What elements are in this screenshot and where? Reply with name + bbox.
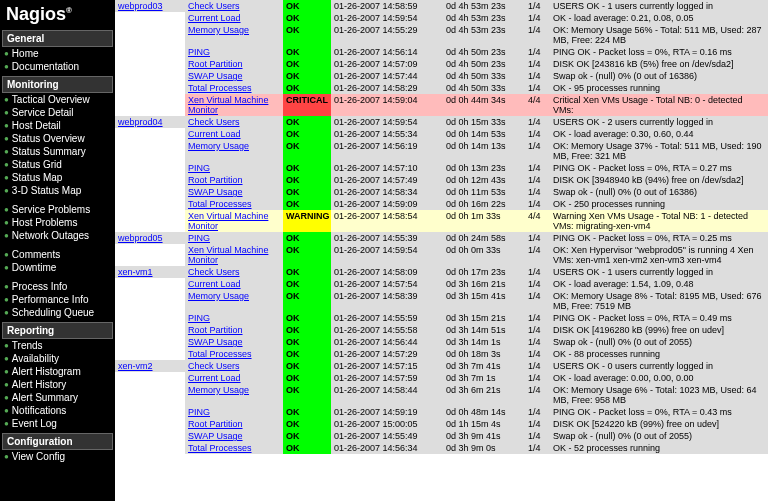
nav-notifications[interactable]: ●Notifications [2, 404, 113, 417]
service-link[interactable]: PING [185, 232, 283, 244]
service-link[interactable]: Root Partition [185, 418, 283, 430]
time-cell: 01-26-2007 14:58:39 [331, 290, 443, 312]
host-link[interactable]: xen-vm2 [118, 361, 153, 371]
time-cell: 01-26-2007 14:55:29 [331, 24, 443, 46]
service-link[interactable]: Current Load [185, 128, 283, 140]
service-link[interactable]: Check Users [185, 360, 283, 372]
nav-host-detail[interactable]: ●Host Detail [2, 119, 113, 132]
attempt-cell: 1/4 [525, 198, 550, 210]
service-link[interactable]: Current Load [185, 12, 283, 24]
service-link[interactable]: Memory Usage [185, 140, 283, 162]
nav-comments[interactable]: ●Comments [2, 248, 113, 261]
host-cell [115, 12, 185, 24]
time-cell: 01-26-2007 14:58:44 [331, 384, 443, 406]
service-link[interactable]: Check Users [185, 266, 283, 278]
service-link[interactable]: Xen Virtual Machine Monitor [185, 94, 283, 116]
attempt-cell: 1/4 [525, 430, 550, 442]
service-link[interactable]: PING [185, 162, 283, 174]
nav-service-problems[interactable]: ●Service Problems [2, 203, 113, 216]
bullet-icon: ● [4, 419, 9, 428]
bullet-icon: ● [4, 308, 9, 317]
service-link[interactable]: PING [185, 312, 283, 324]
service-link[interactable]: PING [185, 406, 283, 418]
nav-view-config[interactable]: ●View Config [2, 450, 113, 463]
service-link[interactable]: Root Partition [185, 58, 283, 70]
status-cell: OK [283, 324, 331, 336]
service-row: xen-vm2Check UsersOK01-26-2007 14:57:150… [115, 360, 768, 372]
host-link[interactable]: webprod05 [118, 233, 163, 243]
nav-scheduling-queue[interactable]: ●Scheduling Queue [2, 306, 113, 319]
nav-event-log[interactable]: ●Event Log [2, 417, 113, 430]
info-cell: OK: Memory Usage 8% - Total: 8195 MB, Us… [550, 290, 768, 312]
nav-network-outages[interactable]: ●Network Outages [2, 229, 113, 242]
info-cell: USERS OK - 2 users currently logged in [550, 116, 768, 128]
nav-performance-info[interactable]: ●Performance Info [2, 293, 113, 306]
service-link[interactable]: Total Processes [185, 82, 283, 94]
status-cell: OK [283, 186, 331, 198]
attempt-cell: 1/4 [525, 278, 550, 290]
nav-process-info[interactable]: ●Process Info [2, 280, 113, 293]
nav-trends[interactable]: ●Trends [2, 339, 113, 352]
duration-cell: 0d 1h 15m 4s [443, 418, 525, 430]
nav-home[interactable]: ●Home [2, 47, 113, 60]
nav-status-grid[interactable]: ●Status Grid [2, 158, 113, 171]
info-cell: OK - 250 processes running [550, 198, 768, 210]
nav-status-map[interactable]: ●Status Map [2, 171, 113, 184]
nav-documentation[interactable]: ●Documentation [2, 60, 113, 73]
service-link[interactable]: Check Users [185, 116, 283, 128]
service-row: Current LoadOK01-26-2007 14:59:540d 4h 5… [115, 12, 768, 24]
nav-downtime[interactable]: ●Downtime [2, 261, 113, 274]
service-link[interactable]: Check Users [185, 0, 283, 12]
nav-alert-history[interactable]: ●Alert History [2, 378, 113, 391]
nav-3-d-status-map[interactable]: ●3-D Status Map [2, 184, 113, 197]
service-link[interactable]: Root Partition [185, 174, 283, 186]
info-cell: Warning Xen VMs Usage - Total NB: 1 - de… [550, 210, 768, 232]
nav-service-detail[interactable]: ●Service Detail [2, 106, 113, 119]
status-cell: OK [283, 82, 331, 94]
service-link[interactable]: Xen Virtual Machine Monitor [185, 244, 283, 266]
info-cell: OK - 95 processes running [550, 82, 768, 94]
time-cell: 01-26-2007 14:59:54 [331, 244, 443, 266]
service-link[interactable]: Total Processes [185, 348, 283, 360]
info-cell: OK - load average: 1.54, 1.09, 0.48 [550, 278, 768, 290]
nav-availability[interactable]: ●Availability [2, 352, 113, 365]
bullet-icon: ● [4, 354, 9, 363]
host-link[interactable]: webprod04 [118, 117, 163, 127]
status-cell: OK [283, 24, 331, 46]
service-link[interactable]: Current Load [185, 278, 283, 290]
nav-status-summary[interactable]: ●Status Summary [2, 145, 113, 158]
nav-host-problems[interactable]: ●Host Problems [2, 216, 113, 229]
attempt-cell: 1/4 [525, 12, 550, 24]
status-cell: OK [283, 360, 331, 372]
service-link[interactable]: Memory Usage [185, 24, 283, 46]
nav-status-overview[interactable]: ●Status Overview [2, 132, 113, 145]
duration-cell: 0d 3h 9m 41s [443, 430, 525, 442]
host-link[interactable]: webprod03 [118, 1, 163, 11]
time-cell: 01-26-2007 14:58:34 [331, 186, 443, 198]
service-link[interactable]: Xen Virtual Machine Monitor [185, 210, 283, 232]
nav-alert-histogram[interactable]: ●Alert Histogram [2, 365, 113, 378]
service-link[interactable]: Root Partition [185, 324, 283, 336]
service-row: Total ProcessesOK01-26-2007 14:58:290d 4… [115, 82, 768, 94]
time-cell: 01-26-2007 14:55:39 [331, 232, 443, 244]
host-cell [115, 58, 185, 70]
nav-alert-summary[interactable]: ●Alert Summary [2, 391, 113, 404]
service-link[interactable]: SWAP Usage [185, 430, 283, 442]
nav-tactical-overview[interactable]: ●Tactical Overview [2, 93, 113, 106]
service-link[interactable]: Total Processes [185, 198, 283, 210]
duration-cell: 0d 4h 50m 33s [443, 70, 525, 82]
host-link[interactable]: xen-vm1 [118, 267, 153, 277]
service-link[interactable]: SWAP Usage [185, 70, 283, 82]
info-cell: OK: Memory Usage 6% - Total: 1023 MB, Us… [550, 384, 768, 406]
service-link[interactable]: Current Load [185, 372, 283, 384]
service-link[interactable]: Total Processes [185, 442, 283, 454]
service-link[interactable]: Memory Usage [185, 290, 283, 312]
time-cell: 01-26-2007 14:58:09 [331, 266, 443, 278]
service-link[interactable]: SWAP Usage [185, 336, 283, 348]
service-link[interactable]: SWAP Usage [185, 186, 283, 198]
host-cell [115, 186, 185, 198]
service-link[interactable]: PING [185, 46, 283, 58]
status-cell: OK [283, 232, 331, 244]
time-cell: 01-26-2007 14:57:44 [331, 70, 443, 82]
service-link[interactable]: Memory Usage [185, 384, 283, 406]
